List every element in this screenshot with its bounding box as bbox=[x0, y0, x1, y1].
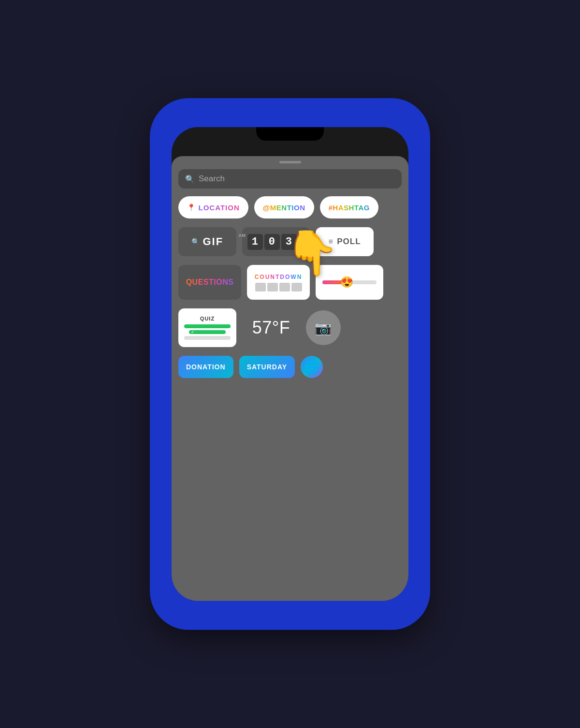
globe-sticker[interactable]: 🌐 bbox=[301, 356, 323, 378]
questions-label: QUESTIONS bbox=[186, 278, 234, 287]
hashtag-sticker[interactable]: #HASHTAG bbox=[320, 196, 378, 218]
countdown-blocks bbox=[255, 283, 302, 291]
search-icon: 🔍 bbox=[185, 175, 195, 184]
gif-search-icon: 🔍 bbox=[191, 238, 200, 246]
phone-top-bar bbox=[172, 127, 408, 156]
quiz-bar-1 bbox=[184, 324, 231, 328]
quiz-bar-check: ✓ bbox=[189, 330, 226, 334]
bottom-fade bbox=[172, 572, 408, 601]
emoji-slider-sticker[interactable]: 😍 bbox=[316, 265, 383, 300]
camera-icon: 📷 bbox=[315, 320, 332, 336]
saturday-label: SATURDAY bbox=[247, 363, 287, 371]
location-label: LOCATION bbox=[199, 204, 240, 212]
camera-sticker[interactable]: 📷 bbox=[306, 310, 341, 345]
time-h1: 1 bbox=[247, 234, 263, 250]
poll-lines-icon: ≡ bbox=[328, 237, 333, 246]
countdown-block-3 bbox=[279, 283, 290, 291]
quiz-label: QUIZ bbox=[200, 316, 215, 321]
countdown-block-4 bbox=[291, 283, 302, 291]
sticker-row-3: QUESTIONS COUNTDOWN bbox=[178, 265, 402, 300]
quiz-check-icon: ✓ bbox=[191, 330, 195, 335]
phone-screen: 🔍 Search 📍 LOCATION @MENTION #HASHTAG bbox=[172, 127, 408, 601]
sticker-row-2: 🔍 GIF AM 1 0 3 9 ≡ POLL bbox=[178, 227, 402, 256]
time-h2: 0 bbox=[264, 234, 280, 250]
time-m1: 3 bbox=[281, 234, 297, 250]
donation-label: DONATION bbox=[186, 363, 226, 371]
globe-icon: 🌐 bbox=[304, 360, 320, 375]
gif-label: GIF bbox=[203, 235, 223, 248]
countdown-sticker[interactable]: COUNTDOWN bbox=[247, 265, 310, 300]
time-m2: 9 bbox=[298, 234, 314, 250]
notch bbox=[256, 127, 324, 141]
saturday-sticker[interactable]: SATURDAY bbox=[239, 356, 295, 378]
weather-label: 57°F bbox=[252, 318, 290, 338]
countdown-label: COUNTDOWN bbox=[255, 274, 303, 280]
poll-label: POLL bbox=[337, 237, 361, 247]
donation-sticker[interactable]: DONATION bbox=[178, 356, 233, 378]
poll-sticker[interactable]: ≡ POLL bbox=[316, 227, 374, 256]
sticker-row-1: 📍 LOCATION @MENTION #HASHTAG bbox=[178, 196, 402, 218]
weather-sticker[interactable]: 57°F bbox=[242, 308, 300, 347]
search-placeholder: Search bbox=[199, 174, 225, 184]
sticker-row-4: QUIZ ✓ 57°F 📷 bbox=[178, 308, 402, 347]
quiz-bar-gray bbox=[184, 336, 231, 340]
drag-handle[interactable] bbox=[279, 161, 301, 163]
sticker-panel: 🔍 Search 📍 LOCATION @MENTION #HASHTAG bbox=[172, 156, 408, 601]
gif-sticker[interactable]: 🔍 GIF bbox=[178, 227, 236, 256]
slider-container: 😍 bbox=[322, 275, 377, 290]
mention-label: @MENTION bbox=[263, 204, 305, 212]
countdown-block-2 bbox=[267, 283, 278, 291]
search-bar[interactable]: 🔍 Search bbox=[178, 169, 402, 189]
location-sticker[interactable]: 📍 LOCATION bbox=[178, 196, 248, 218]
sticker-row-5: DONATION SATURDAY 🌐 bbox=[178, 356, 402, 378]
time-sticker[interactable]: AM 1 0 3 9 bbox=[242, 227, 310, 256]
slider-emoji: 😍 bbox=[340, 276, 354, 289]
questions-sticker[interactable]: QUESTIONS bbox=[178, 265, 241, 300]
quiz-sticker[interactable]: QUIZ ✓ bbox=[178, 308, 236, 347]
phone-frame: 🔍 Search 📍 LOCATION @MENTION #HASHTAG bbox=[150, 98, 430, 630]
hashtag-label: #HASHTAG bbox=[329, 204, 370, 212]
location-pin-icon: 📍 bbox=[187, 204, 196, 211]
mention-sticker[interactable]: @MENTION bbox=[254, 196, 314, 218]
countdown-block-1 bbox=[255, 283, 266, 291]
sticker-grid: 📍 LOCATION @MENTION #HASHTAG 🔍 GIF bbox=[172, 196, 408, 378]
time-am-label: AM bbox=[239, 233, 246, 238]
